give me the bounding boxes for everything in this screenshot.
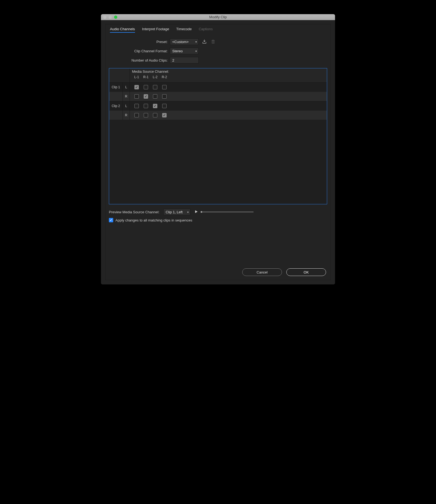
grid-col-label: R-2 [160, 75, 169, 79]
channel-checkbox[interactable] [144, 85, 148, 89]
channel-checkbox[interactable] [144, 113, 148, 117]
play-icon[interactable] [194, 210, 198, 214]
cancel-button[interactable]: Cancel [242, 268, 282, 276]
clip-row: Clip 1L [109, 83, 327, 92]
channel-checkbox[interactable] [144, 94, 148, 99]
grid-col-label: L-2 [151, 75, 160, 79]
traffic-lights [101, 16, 117, 19]
format-select[interactable]: Stereo ▾ [170, 48, 199, 54]
format-row: Clip Channel Format: Stereo ▾ [110, 46, 326, 56]
channel-checkbox[interactable] [162, 113, 167, 117]
trash-icon [210, 39, 216, 45]
close-icon[interactable] [103, 16, 106, 19]
channel-checkbox[interactable] [134, 113, 139, 117]
clip-name [109, 111, 123, 120]
minimize-icon[interactable] [109, 16, 112, 19]
clip-row: R [109, 92, 327, 101]
apply-row: Apply changes to all matching clips in s… [106, 218, 330, 222]
clip-row: R [109, 111, 327, 120]
channel-checkbox[interactable] [153, 104, 157, 108]
window-title: Modify Clip [101, 15, 335, 19]
dialog-body: Audio Channels Interpret Footage Timecod… [101, 20, 335, 284]
channel-checkbox[interactable] [144, 104, 148, 108]
tab-audio-channels[interactable]: Audio Channels [110, 27, 135, 33]
chevron-down-icon: ▾ [187, 211, 189, 214]
ok-button[interactable]: OK [286, 268, 326, 276]
clip-name [109, 92, 123, 101]
main-panel: Audio Channels Interpret Footage Timecod… [105, 24, 331, 280]
preview-value: Clip 1, Left [166, 210, 183, 214]
channel-grid: Media Source Channel: L-1R-1L-2R-2 Clip … [109, 68, 327, 204]
grid-header: Media Source Channel: L-1R-1L-2R-2 [109, 68, 327, 83]
preview-label: Preview Media Source Channel: [109, 210, 159, 214]
grid-col-label: L-1 [132, 75, 141, 79]
grid-body: Clip 1LRClip 2LR [109, 83, 327, 120]
chevron-down-icon: ▾ [195, 40, 197, 43]
channel-checkbox[interactable] [162, 104, 167, 108]
apply-label: Apply changes to all matching clips in s… [115, 218, 192, 222]
modify-clip-window: Modify Clip Audio Channels Interpret Foo… [101, 14, 335, 284]
numclips-row: Number of Audio Clips: [110, 56, 326, 65]
grid-header-main: Media Source Channel: L-1R-1L-2R-2 [130, 68, 327, 82]
form-area: Preset: <Custom> ▾ Clip Channel Format: [106, 34, 330, 68]
save-preset-icon[interactable] [201, 39, 207, 45]
channel-checkbox[interactable] [134, 94, 139, 99]
titlebar: Modify Clip [101, 14, 335, 20]
preset-value: <Custom> [172, 40, 189, 44]
tab-timecode[interactable]: Timecode [176, 27, 192, 33]
clip-side: R [123, 92, 130, 101]
clip-block: Clip 1LR [109, 83, 327, 101]
preset-row: Preset: <Custom> ▾ [110, 37, 326, 46]
button-row: Cancel OK [242, 268, 326, 276]
channel-checkbox[interactable] [134, 104, 139, 108]
preset-label: Preset: [110, 40, 170, 44]
clip-checks [130, 94, 169, 99]
zoom-icon[interactable] [114, 16, 117, 19]
chevron-down-icon: ▾ [195, 50, 197, 53]
tab-captions: Captions [199, 27, 213, 33]
channel-checkbox[interactable] [162, 94, 167, 99]
clip-block: Clip 2LR [109, 101, 327, 120]
clip-checks [130, 104, 169, 108]
preset-select[interactable]: <Custom> ▾ [170, 38, 199, 45]
clip-side: R [123, 111, 130, 120]
clip-checks [130, 113, 169, 117]
channel-checkbox[interactable] [153, 85, 157, 89]
preview-row: Preview Media Source Channel: Clip 1, Le… [106, 204, 330, 218]
numclips-input[interactable] [170, 57, 199, 63]
channel-checkbox[interactable] [162, 85, 167, 89]
grid-header-title: Media Source Channel: [132, 69, 327, 74]
preview-progress[interactable] [202, 211, 254, 212]
apply-checkbox[interactable] [109, 218, 113, 222]
channel-checkbox[interactable] [134, 85, 139, 89]
channel-checkbox[interactable] [153, 113, 157, 117]
tab-interpret-footage[interactable]: Interpret Footage [142, 27, 169, 33]
grid-header-left [109, 68, 130, 82]
channel-checkbox[interactable] [153, 94, 157, 99]
clip-row: Clip 2L [109, 101, 327, 111]
clip-name: Clip 1 [109, 83, 123, 92]
numclips-label: Number of Audio Clips: [110, 58, 170, 62]
grid-col-labels: L-1R-1L-2R-2 [132, 75, 327, 79]
format-label: Clip Channel Format: [110, 49, 170, 53]
preview-select[interactable]: Clip 1, Left ▾ [163, 209, 191, 215]
format-value: Stereo [172, 49, 183, 53]
clip-checks [130, 85, 169, 89]
clip-name: Clip 2 [109, 101, 123, 111]
clip-side: L [123, 83, 130, 92]
grid-col-label: R-1 [141, 75, 151, 79]
tabs: Audio Channels Interpret Footage Timecod… [106, 24, 330, 34]
clip-side: L [123, 101, 130, 111]
